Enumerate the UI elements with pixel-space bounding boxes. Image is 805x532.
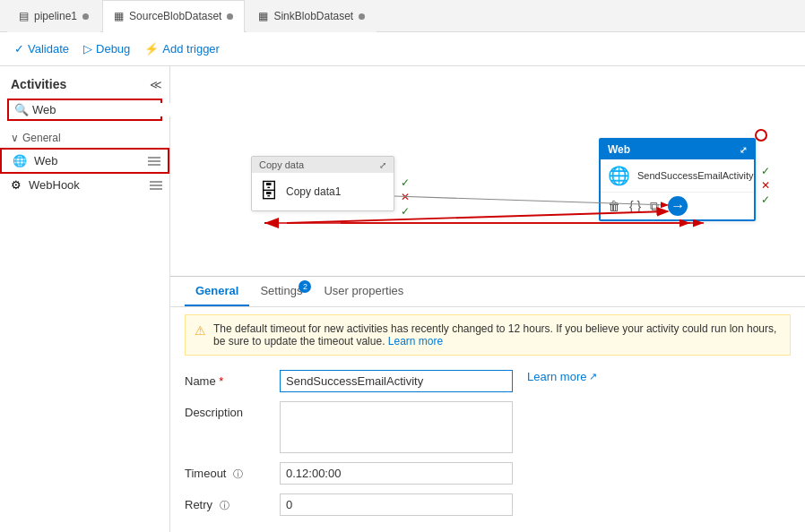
toolbar: ✓ Validate ▷ Debug ⚡ Add trigger [0, 32, 805, 66]
web-activity-box[interactable]: Web ⤢ 🌐 SendSuccessEmailActivity 🗑 { } ⧉… [599, 138, 756, 221]
retry-input[interactable] [280, 493, 513, 516]
chevron-down-icon: ∨ [11, 132, 19, 144]
web-box-body: 🌐 SendSuccessEmailActivity [601, 159, 754, 192]
source-icon: ▦ [114, 10, 124, 22]
sidebar-item-webhook[interactable]: ⚙ WebHook [0, 174, 169, 196]
delete-icon[interactable]: 🗑 [608, 199, 620, 213]
web-globe-icon: 🌐 [608, 165, 630, 186]
search-input[interactable] [32, 103, 183, 116]
copy-data-box[interactable]: Copy data ⤢ 🗄 Copy data1 ✓ ✕ ✓ [251, 156, 394, 211]
drag-handle[interactable] [148, 157, 160, 166]
web-complete-icon: ✓ [761, 193, 770, 206]
tab-label: SourceBlobDataset [129, 10, 221, 22]
form-area: Name * Learn more ↗ Description [170, 363, 805, 532]
add-trigger-button[interactable]: ⚡ Add trigger [144, 42, 220, 56]
description-row: Description [185, 401, 791, 453]
retry-label: Retry ⓘ [185, 493, 265, 512]
warning-text: The default timeout for new activities h… [213, 322, 781, 348]
copy-resize-icon: ⤢ [379, 160, 386, 170]
bottom-panel: General Settings 2 User properties ⚠ The… [170, 276, 805, 532]
sink-icon: ▦ [258, 10, 268, 22]
panel-tabs: General Settings 2 User properties [170, 277, 805, 307]
copy-data-icon: 🗄 [259, 180, 279, 203]
category-header[interactable]: ∨ General [0, 128, 169, 148]
learn-more-link[interactable]: Learn more ↗ [527, 370, 597, 383]
webhook-icon: ⚙ [11, 178, 22, 192]
drag-handle-webhook[interactable] [150, 181, 162, 190]
canvas-area[interactable]: Copy data ⤢ 🗄 Copy data1 ✓ ✕ ✓ Web [170, 66, 805, 276]
connection-dot [755, 129, 767, 142]
external-link-icon: ↗ [589, 371, 597, 382]
retry-row: Retry ⓘ [185, 493, 791, 516]
settings-badge: 2 [299, 280, 311, 293]
sidebar-collapse[interactable]: ≪ [150, 78, 162, 91]
search-box[interactable]: 🔍 [7, 99, 162, 121]
tab-bar: ▤ pipeline1 ▦ SourceBlobDataset ▦ SinkBl… [0, 0, 805, 32]
copy-icon[interactable]: ⧉ [650, 199, 659, 214]
tab-sink[interactable]: ▦ SinkBlobDataset [247, 0, 377, 32]
description-input[interactable] [280, 401, 513, 453]
warning-learn-more-link[interactable]: Learn more [388, 335, 443, 348]
success-check-icon: ✓ [401, 176, 410, 189]
copy-data-header: Copy data ⤢ [252, 157, 394, 173]
warning-icon: ⚠ [195, 323, 206, 338]
timeout-label: Timeout ⓘ [185, 462, 265, 481]
sidebar-item-web[interactable]: 🌐 Web [0, 148, 169, 174]
search-icon: 🔍 [14, 103, 29, 116]
web-activity-icon: 🌐 [13, 154, 27, 167]
name-row: Name * Learn more ↗ [185, 370, 791, 392]
timeout-info-icon[interactable]: ⓘ [233, 468, 243, 479]
required-indicator: * [219, 374, 223, 388]
tab-label: pipeline1 [34, 10, 77, 22]
pipeline-icon: ▤ [19, 10, 29, 22]
debug-icon: ▷ [83, 42, 92, 56]
validate-icon: ✓ [14, 42, 24, 56]
tab-label: SinkBlobDataset [273, 10, 353, 22]
tab-general[interactable]: General [185, 277, 249, 306]
copy-data-body: 🗄 Copy data1 [252, 173, 394, 210]
tab-pipeline1[interactable]: ▤ pipeline1 [7, 0, 100, 32]
tab-user-properties[interactable]: User properties [313, 277, 414, 306]
collapse-icon: ≪ [150, 78, 162, 91]
tab-dot [359, 13, 365, 20]
web-box-footer: 🗑 { } ⧉ → [601, 192, 754, 219]
lightning-icon: ⚡ [144, 42, 159, 56]
warning-bar: ⚠ The default timeout for new activities… [185, 314, 791, 356]
web-box-header: Web ⤢ [601, 140, 754, 159]
tab-source[interactable]: ▦ SourceBlobDataset [102, 0, 245, 32]
web-failure-icon: ✕ [761, 179, 770, 192]
name-input[interactable] [280, 370, 513, 392]
sidebar-header: Activities ≪ [0, 73, 169, 99]
tab-dot [82, 13, 89, 20]
sidebar: Activities ≪ 🔍 ∨ General 🌐 Web ⚙ WebHook [0, 66, 170, 532]
web-success-icon: ✓ [761, 165, 770, 177]
name-label: Name * [185, 370, 265, 388]
timeout-row: Timeout ⓘ [185, 462, 791, 485]
debug-button[interactable]: ▷ Debug [83, 42, 130, 56]
tab-settings[interactable]: Settings 2 [249, 277, 313, 306]
failure-x-icon: ✕ [401, 191, 410, 203]
timeout-input[interactable] [280, 462, 513, 485]
retry-info-icon[interactable]: ⓘ [220, 500, 229, 511]
sidebar-title: Activities [11, 77, 66, 91]
web-resize-icon: ⤢ [740, 145, 747, 155]
validate-button[interactable]: ✓ Validate [14, 42, 69, 56]
description-label: Description [185, 401, 265, 419]
arrow-icon[interactable]: → [668, 196, 688, 216]
complete-check-icon: ✓ [401, 205, 410, 218]
main-layout: Activities ≪ 🔍 ∨ General 🌐 Web ⚙ WebHook [0, 66, 805, 532]
code-icon[interactable]: { } [629, 199, 641, 213]
tab-dot [227, 13, 233, 20]
